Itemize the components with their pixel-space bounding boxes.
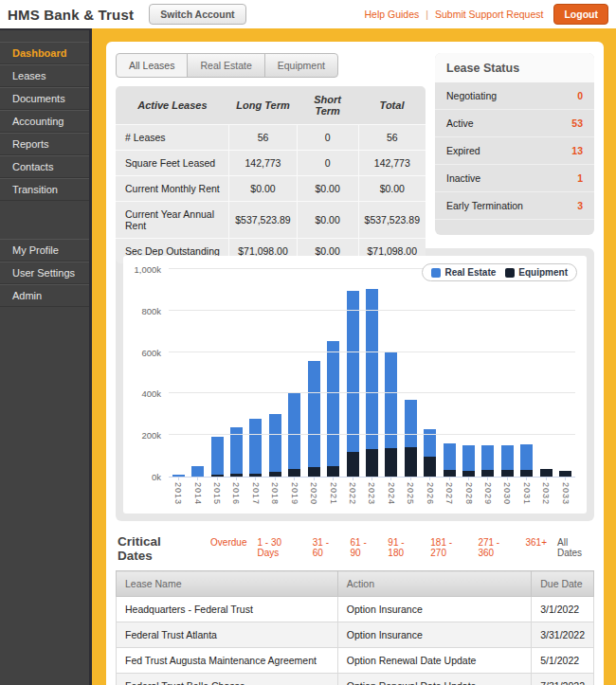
tab-equipment[interactable]: Equipment: [264, 53, 338, 78]
chart-x-tick-label: 2022: [348, 482, 357, 505]
critical-date-row[interactable]: Federal Trust Belle ChasseOption Renewal…: [117, 674, 594, 685]
chart-x-tick: [468, 477, 469, 480]
bar-stack-2030[interactable]: [501, 269, 514, 477]
bar-stack-2018[interactable]: [269, 269, 281, 477]
chart-bar-2026: [420, 269, 439, 477]
filter-overdue[interactable]: Overdue: [210, 537, 246, 558]
cd-action: Option Insurance: [337, 622, 531, 648]
filter-61-90[interactable]: 61 - 90: [351, 537, 378, 558]
legend-swatch-equipment: [505, 268, 515, 278]
summary-row-label: Current Monthly Rent: [116, 176, 229, 202]
cd-due-date: 7/31/2022: [532, 674, 594, 685]
summary-cell-short_term: $0.00: [297, 176, 358, 202]
summary-cell-total: $537,523.89: [358, 202, 426, 239]
sidebar-item-admin[interactable]: Admin: [0, 284, 89, 307]
sidebar-item-leases[interactable]: Leases: [0, 64, 89, 87]
bar-stack-2016[interactable]: [230, 269, 243, 477]
bar-stack-2032[interactable]: [540, 269, 553, 477]
chart-bar-2025: [401, 269, 420, 477]
summary-row-label: # Leases: [116, 125, 229, 151]
sidebar-item-contacts[interactable]: Contacts: [0, 155, 89, 178]
chart-bar-2027: [440, 269, 459, 477]
bar-stack-2021[interactable]: [327, 269, 339, 477]
filter-all-dates[interactable]: All Dates: [557, 537, 592, 558]
chart-bar-2017: [246, 269, 265, 477]
filter-91-180[interactable]: 91 - 180: [388, 537, 420, 558]
logout-button[interactable]: Logout: [553, 4, 608, 25]
chart-x-tick-label: 2033: [561, 482, 571, 505]
sidebar-item-accounting[interactable]: Accounting: [0, 110, 89, 133]
bar-segment-real-estate: [191, 466, 204, 477]
bar-stack-2015[interactable]: [211, 269, 224, 477]
bar-stack-2031[interactable]: [520, 269, 533, 477]
sidebar-item-reports[interactable]: Reports: [0, 133, 89, 155]
tab-real-estate[interactable]: Real Estate: [187, 53, 264, 78]
switch-account-button[interactable]: Switch Account: [149, 4, 245, 25]
help-guides-link[interactable]: Help Guides: [365, 9, 420, 20]
bar-stack-2019[interactable]: [288, 269, 300, 477]
bar-stack-2028[interactable]: [462, 269, 475, 477]
chart-x-tick: [410, 477, 411, 480]
critical-dates-header: Critical Dates Overdue1 - 30 Days31 - 60…: [116, 532, 594, 570]
bar-segment-equipment: [288, 469, 300, 477]
bar-stack-2013[interactable]: [172, 269, 185, 477]
sidebar-item-dashboard[interactable]: Dashboard: [0, 42, 89, 64]
sidebar-item-documents[interactable]: Documents: [0, 87, 89, 110]
lease-expiration-chart: Real EstateEquipment 2013201420152016201…: [123, 256, 587, 514]
lease-status-row-active: Active53: [435, 110, 594, 137]
sidebar-item-user-settings[interactable]: User Settings: [0, 261, 89, 284]
topbar: HMS Bank & Trust Switch Account Help Gui…: [0, 0, 616, 28]
tab-all-leases[interactable]: All Leases: [116, 53, 188, 78]
bar-stack-2017[interactable]: [249, 269, 262, 477]
legend-item-real-estate[interactable]: Real Estate: [431, 267, 496, 278]
critical-date-row[interactable]: Headquarters - Federal TrustOption Insur…: [117, 597, 594, 622]
chart-bar-2023: [362, 269, 381, 477]
lease-status-value: 13: [571, 145, 583, 156]
bar-segment-equipment: [424, 457, 436, 477]
filter-31-60[interactable]: 31 - 60: [313, 537, 340, 558]
chart-x-tick-label: 2015: [212, 482, 222, 505]
bar-segment-real-estate: [249, 419, 262, 474]
lease-status-title: Lease Status: [435, 53, 594, 82]
lease-status-label: Negotiating: [446, 90, 497, 101]
filter-361[interactable]: 361+: [525, 537, 547, 558]
lease-status-row-inactive: Inactive1: [435, 165, 594, 192]
chart-x-slot-2028: 2028: [459, 477, 478, 505]
filter-271-360[interactable]: 271 - 360: [478, 537, 515, 558]
bar-stack-2029[interactable]: [481, 269, 494, 477]
chart-x-tick-label: 2023: [367, 482, 376, 505]
cd-due-date: 3/31/2022: [532, 622, 594, 648]
bar-segment-real-estate: [269, 414, 281, 472]
active-leases-table-body: # Leases56056Square Feet Leased142,77301…: [116, 125, 426, 264]
summary-cell-total: 56: [358, 125, 426, 151]
sidebar-item-transition[interactable]: Transition: [0, 178, 89, 201]
sidebar-item-my-profile[interactable]: My Profile: [0, 239, 89, 261]
legend-item-equipment[interactable]: Equipment: [505, 267, 568, 278]
summary-row-current-year-annual-rent: Current Year Annual Rent$537,523.89$0.00…: [116, 202, 426, 239]
bar-stack-2033[interactable]: [559, 269, 571, 477]
chart-bar-2030: [498, 269, 516, 477]
chart-y-tick-label: 1,000k: [134, 264, 161, 275]
filter-1-30-days[interactable]: 1 - 30 Days: [257, 537, 301, 558]
critical-date-row[interactable]: Fed Trust Augusta Maintenance AgreementO…: [117, 648, 594, 674]
bar-stack-2023[interactable]: [366, 269, 378, 477]
chart-x-slot-2022: 2022: [343, 477, 362, 505]
chart-y-tick-label: 600k: [141, 347, 161, 357]
chart-x-slot-2020: 2020: [304, 477, 323, 505]
critical-dates-header-row: Lease NameActionDue Date: [117, 571, 594, 597]
bar-stack-2025[interactable]: [405, 269, 417, 477]
summary-cell-long_term: $0.00: [229, 176, 297, 202]
bar-stack-2014[interactable]: [191, 269, 204, 477]
chart-x-slot-2031: 2031: [517, 477, 536, 505]
bar-stack-2027[interactable]: [444, 269, 456, 477]
chart-y-tick-label: 200k: [141, 430, 161, 441]
bar-stack-2026[interactable]: [424, 269, 436, 477]
bar-stack-2020[interactable]: [308, 269, 320, 477]
submit-support-request-link[interactable]: Submit Support Request: [435, 9, 543, 20]
filter-181-270[interactable]: 181 - 270: [430, 537, 467, 558]
lease-status-row-negotiating: Negotiating0: [435, 82, 594, 110]
critical-date-row[interactable]: Federal Trust AtlantaOption Insurance3/3…: [117, 622, 594, 648]
bar-stack-2022[interactable]: [347, 269, 359, 477]
chart-bar-2019: [285, 269, 304, 477]
bar-stack-2024[interactable]: [385, 269, 397, 477]
